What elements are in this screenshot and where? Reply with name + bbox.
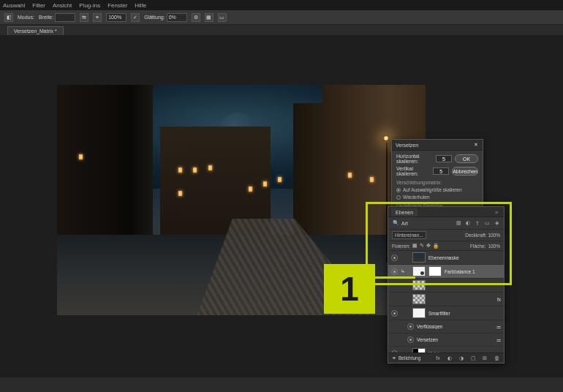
visibility-icon[interactable] (391, 268, 398, 275)
fill-value[interactable]: 100% (488, 244, 500, 249)
opacity-label: Deckkraft: (465, 233, 486, 238)
adjustment-icon[interactable]: ◑ (458, 355, 465, 362)
h-scale-input[interactable] (436, 155, 452, 162)
v-scale-input[interactable] (433, 167, 449, 175)
fill-label: Fläche: (470, 244, 485, 249)
check-icon[interactable]: ✓ (131, 13, 140, 22)
mode-label: Modus: (18, 15, 34, 20)
lock-label: Fixieren: (392, 244, 410, 249)
new-layer-icon[interactable]: ⊞ (481, 355, 488, 362)
filter-name[interactable]: Verflüssigen (417, 324, 442, 329)
adjustment-thumb[interactable] (412, 266, 426, 276)
menu-item[interactable]: Plug-ins (79, 2, 100, 9)
smooth-label: Glättung: (144, 15, 165, 20)
cancel-button[interactable]: Abbrechen (452, 167, 478, 176)
document-tab[interactable]: Versetzen_Matrix * (7, 26, 64, 35)
close-icon[interactable]: ✕ (473, 142, 479, 148)
menu-item[interactable]: Auswahl (3, 2, 25, 9)
lock-transparency-icon[interactable]: ▦ (412, 243, 417, 249)
filter-icon[interactable]: ▭ (483, 219, 491, 227)
filter-settings-icon[interactable]: ⚌ (496, 337, 501, 343)
footer-label: Belichtung (398, 355, 420, 361)
layers-tab[interactable]: Ebenen (391, 208, 417, 216)
width-input[interactable] (55, 13, 75, 22)
layer-row[interactable]: fx (388, 293, 504, 306)
lock-all-icon[interactable]: 🔒 (433, 243, 439, 249)
layers-list: Ebenenmaske ↳ Farbbalance 1 fx Smartfilt… (388, 251, 504, 361)
menu-item[interactable]: Hilfe (135, 2, 146, 9)
filter-settings-icon[interactable]: ⚌ (496, 324, 501, 330)
filter-icon[interactable]: ◈ (493, 219, 500, 227)
layers-panel: Ebenen ≡ 🔍 Art ▧ ◐ T ▭ ◈ Hintereinan... … (388, 206, 505, 363)
tool-preset-icon[interactable]: ◧ (4, 13, 13, 22)
opacity-value[interactable]: 100% (488, 233, 500, 238)
status-bar (0, 386, 563, 392)
callout-number: 1 (340, 269, 359, 309)
layer-thumb[interactable] (412, 252, 426, 263)
layer-thumb[interactable] (412, 280, 426, 290)
blend-mode-select[interactable]: Hintereinan... (392, 231, 426, 239)
link-icon[interactable]: ⚭ (392, 355, 396, 361)
tab-title: Versetzen_Matrix * (14, 29, 57, 34)
section-label: Verschiebungsmatrix: (396, 180, 478, 185)
options-bar: ◧ Modus: Breite: ⇋ ⚭ ✓ Glättung: ⚙ ▦ ▭ (0, 10, 563, 25)
opt-icon[interactable]: ▦ (205, 13, 214, 22)
zoom-input[interactable] (106, 13, 126, 22)
mask-icon[interactable]: ◐ (446, 355, 453, 362)
panel-menu-icon[interactable]: ≡ (492, 208, 501, 216)
layer-name[interactable]: Farbbalance 1 (445, 269, 475, 274)
smart-filters-row[interactable]: Smartfilter (388, 306, 504, 320)
fx-label[interactable]: fx (497, 297, 501, 302)
filter-mask-thumb[interactable] (412, 308, 426, 318)
callout-connector (374, 276, 415, 279)
width-label: Breite: (39, 15, 53, 20)
filter-kind[interactable]: Art (401, 221, 408, 226)
fx-icon[interactable]: fx (434, 355, 442, 362)
group-icon[interactable]: ▢ (469, 355, 477, 362)
h-scale-label: Horizontal skalieren: (396, 154, 433, 164)
lock-position-icon[interactable]: ✥ (426, 243, 431, 249)
opt-icon[interactable]: ▭ (218, 13, 227, 22)
menu-item[interactable]: Fenster (107, 2, 127, 9)
gear-icon[interactable]: ⚙ (192, 13, 200, 22)
layer-name: Smartfilter (428, 311, 450, 316)
link-icon[interactable]: ⚭ (93, 13, 102, 22)
visibility-icon[interactable] (407, 323, 414, 330)
layer-row[interactable] (388, 279, 504, 293)
mask-thumb[interactable] (428, 266, 442, 276)
tutorial-callout: 1 (324, 264, 375, 314)
visibility-icon[interactable] (391, 310, 398, 317)
layers-footer: ⚭Belichtung fx ◐ ◑ ▢ ⊞ 🗑 (388, 353, 504, 363)
menu-item[interactable]: Filter (32, 2, 45, 9)
filter-icon[interactable]: ◐ (464, 219, 472, 227)
clip-icon: ↳ (401, 268, 409, 274)
smart-filter-item[interactable]: Versetzen ⚌ (388, 333, 504, 347)
lock-paint-icon[interactable]: ✎ (420, 243, 424, 249)
filter-name[interactable]: Versetzen (417, 337, 438, 342)
v-scale-label: Vertikal skalieren: (396, 166, 430, 176)
search-icon[interactable]: 🔍 (392, 219, 399, 227)
smart-filter-item[interactable]: Verflüssigen ⚌ (388, 320, 504, 333)
swap-icon[interactable]: ⇋ (80, 13, 88, 22)
menu-item[interactable]: Ansicht (53, 2, 72, 9)
smooth-input[interactable] (167, 13, 187, 22)
visibility-icon[interactable] (391, 296, 398, 303)
radio-label: Wiederholen (403, 195, 430, 200)
radio-stretch[interactable]: Auf Auswahlgröße skalieren (396, 187, 478, 192)
visibility-icon[interactable] (391, 255, 398, 261)
trash-icon[interactable]: 🗑 (493, 355, 500, 362)
menu-bar: Auswahl Filter Ansicht Plug-ins Fenster … (0, 0, 563, 10)
radio-label: Auf Auswahlgröße skalieren (403, 187, 462, 192)
document-tabs: Versetzen_Matrix * (0, 25, 563, 35)
layer-name[interactable]: Ebenenmaske (428, 255, 459, 260)
dialog-title: Versetzen (396, 143, 418, 148)
filter-icon[interactable]: T (474, 219, 481, 227)
layer-thumb[interactable] (412, 294, 426, 304)
ok-button[interactable]: OK (455, 154, 478, 163)
layer-row[interactable]: Ebenenmaske (388, 251, 504, 265)
filter-icon[interactable]: ▧ (455, 219, 462, 227)
visibility-icon[interactable] (407, 336, 414, 343)
radio-tile[interactable]: Wiederholen (396, 195, 478, 200)
visibility-icon[interactable] (391, 282, 398, 289)
